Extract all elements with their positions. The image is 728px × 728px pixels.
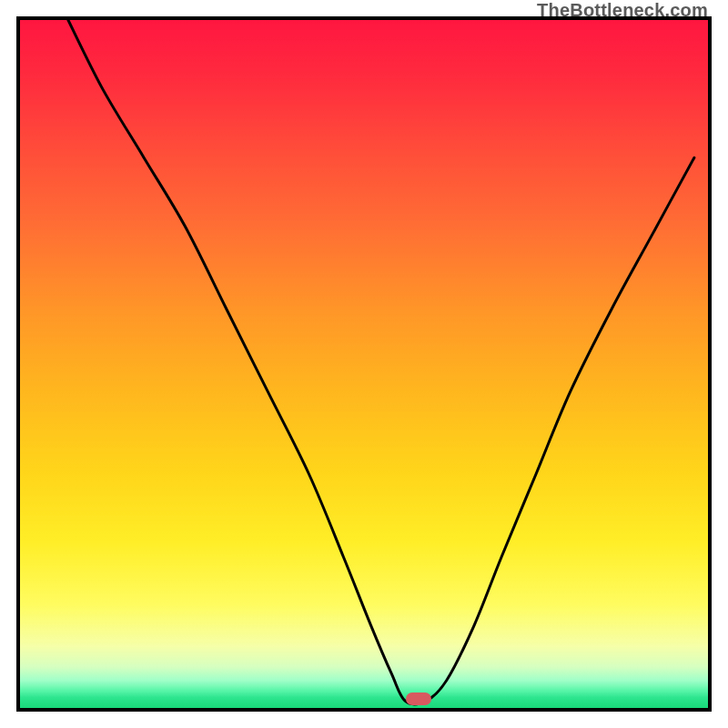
chart-frame bbox=[16, 16, 712, 712]
bottleneck-curve bbox=[68, 20, 694, 704]
curve-svg bbox=[20, 20, 708, 708]
optimal-point-marker bbox=[406, 693, 431, 705]
